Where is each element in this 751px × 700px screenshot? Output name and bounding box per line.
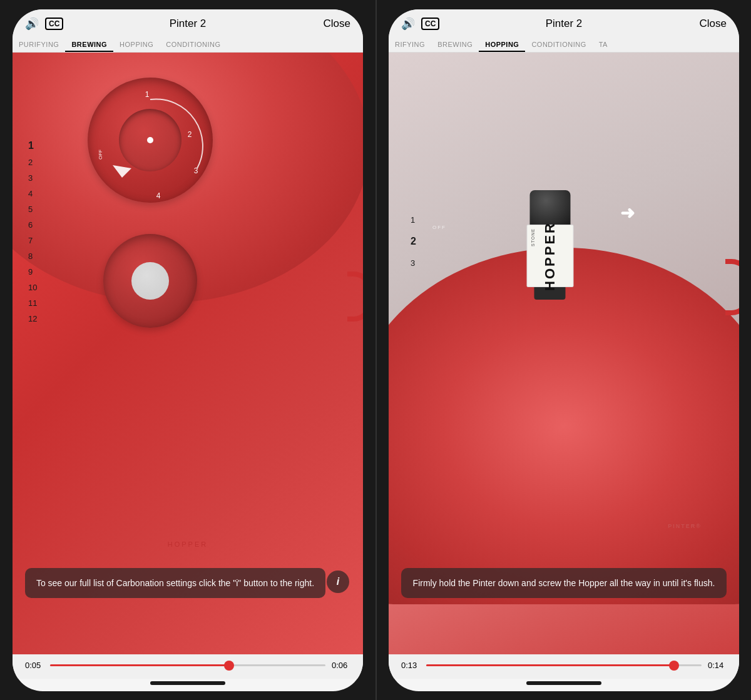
tab-purifying[interactable]: PURIFYING — [13, 36, 65, 52]
right-close-button[interactable]: Close — [700, 18, 727, 30]
scale-9: 9 — [28, 267, 37, 276]
right-speaker-icon: 🔊 — [401, 17, 415, 31]
arc-arrow: 1 2 3 4 OFF — [91, 87, 210, 206]
svg-text:3: 3 — [194, 166, 198, 175]
right-tab-conditioning[interactable]: CONDITIONING — [525, 36, 592, 52]
tab-brewing[interactable]: BREWING — [65, 36, 113, 52]
svg-text:2: 2 — [188, 130, 192, 139]
left-panel: 🔊 CC Pinter 2 Close PURIFYING BREWING HO… — [0, 0, 376, 700]
hopper-label: HOPPER — [168, 540, 208, 548]
scale-2: 2 — [28, 158, 37, 167]
right-progress-track[interactable] — [426, 664, 702, 666]
right-tab-brewing[interactable]: BREWING — [431, 36, 479, 52]
scale-3: 3 — [28, 173, 37, 183]
left-home-indicator — [150, 681, 225, 685]
right-progress-area: 0:13 0:14 — [389, 654, 739, 679]
scale-4: 4 — [28, 189, 37, 198]
right-progress-thumb[interactable] — [669, 661, 679, 671]
right-scale-2: 2 — [411, 236, 416, 247]
right-tab-ta[interactable]: TA — [593, 36, 614, 52]
second-knob-inner — [131, 262, 169, 300]
left-title: Pinter 2 — [170, 18, 207, 30]
right-handle — [347, 271, 363, 322]
left-video-area: 1 2 3 4 5 6 7 8 9 10 11 12 — [13, 53, 363, 654]
svg-text:OFF: OFF — [98, 150, 103, 160]
right-tab-purifying[interactable]: RIFYING — [389, 36, 431, 52]
scale-8: 8 — [28, 251, 37, 261]
right-end-time: 0:14 — [708, 661, 727, 670]
right-scale-3: 3 — [411, 258, 416, 268]
right-progress-fill — [426, 664, 674, 666]
right-home-indicator — [526, 681, 601, 685]
speaker-icon: 🔊 — [25, 17, 39, 31]
left-header: 🔊 CC Pinter 2 Close — [13, 9, 363, 36]
right-start-time: 0:13 — [401, 661, 420, 670]
left-scale: 1 2 3 4 5 6 7 8 9 10 11 12 — [28, 140, 37, 323]
left-caption: To see our full list of Carbonation sett… — [25, 568, 325, 598]
pinter-logo: PINTER® — [668, 523, 702, 529]
right-handle — [725, 259, 739, 315]
right-tab-bar: RIFYING BREWING HOPPING CONDITIONING TA — [389, 36, 739, 53]
left-progress-fill — [50, 664, 229, 666]
left-end-time: 0:06 — [332, 661, 350, 670]
right-panel: 🔊 CC Pinter 2 Close RIFYING BREWING HOPP… — [376, 0, 751, 700]
scale-10: 10 — [28, 283, 37, 292]
right-scale: 1 2 3 — [411, 215, 416, 268]
left-tab-bar: PURIFYING BREWING HOPPING CONDITIONING — [13, 36, 363, 53]
scale-7: 7 — [28, 236, 37, 245]
right-header: 🔊 CC Pinter 2 Close — [389, 9, 739, 36]
info-button[interactable]: i — [327, 571, 349, 593]
second-knob — [103, 234, 197, 328]
right-cc-icon: CC — [421, 18, 439, 30]
left-close-button[interactable]: Close — [324, 18, 350, 30]
scale-11: 11 — [28, 298, 37, 308]
hopper-bottle: HOPPER STONE — [526, 190, 573, 300]
left-progress-area: 0:05 0:06 — [13, 654, 363, 679]
svg-marker-0 — [113, 165, 131, 178]
right-caption: Firmly hold the Pinter down and screw th… — [401, 568, 727, 598]
scale-6: 6 — [28, 220, 37, 230]
scale-5: 5 — [28, 205, 37, 214]
right-scale-1: 1 — [411, 215, 416, 225]
right-title: Pinter 2 — [546, 18, 583, 30]
cc-icon: CC — [45, 18, 63, 30]
left-progress-track[interactable] — [50, 664, 325, 666]
left-progress-thumb[interactable] — [224, 661, 234, 671]
svg-text:1: 1 — [145, 90, 150, 99]
info-icon: i — [337, 576, 339, 587]
right-video-area: PINTER® 1 2 3 HOPPER STONE — [389, 53, 739, 654]
right-arrow-icon: ➜ — [620, 203, 635, 223]
right-tab-hopping[interactable]: HOPPING — [479, 36, 525, 52]
scale-1: 1 — [28, 140, 37, 151]
svg-text:4: 4 — [156, 191, 161, 200]
off-label: OFF — [432, 225, 446, 230]
tab-hopping[interactable]: HOPPING — [113, 36, 160, 52]
left-start-time: 0:05 — [25, 661, 44, 670]
tab-conditioning[interactable]: CONDITIONING — [160, 36, 227, 52]
scale-12: 12 — [28, 314, 37, 323]
